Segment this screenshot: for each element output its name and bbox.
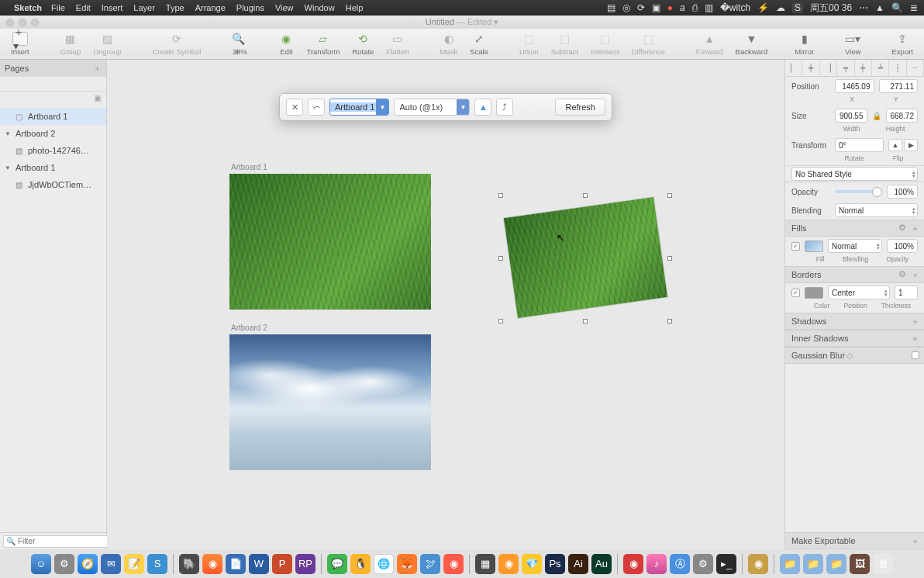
align-top-icon[interactable]: ┯ xyxy=(837,60,854,76)
word-icon[interactable]: W xyxy=(249,554,269,574)
flip-h-preview-icon[interactable]: ▲ xyxy=(474,99,491,116)
height-input[interactable]: 668.72 xyxy=(886,109,919,123)
app-name[interactable]: Sketch xyxy=(14,3,42,12)
menu-window[interactable]: Window xyxy=(305,3,335,12)
gear-icon[interactable]: ⚙ xyxy=(898,269,906,281)
minimize-button[interactable] xyxy=(19,19,26,26)
dock-app-icon[interactable]: 📄 xyxy=(226,554,246,574)
powerpoint-icon[interactable]: P xyxy=(272,554,292,574)
menu-help[interactable]: Help xyxy=(346,3,364,12)
artboard-2-label[interactable]: Artboard 2 xyxy=(231,324,267,332)
distribute-v-icon[interactable]: ┄ xyxy=(907,60,924,76)
dock-app-icon[interactable]: 🕊 xyxy=(420,554,440,574)
layer-artboard-1[interactable]: ▼Artboard 1 xyxy=(0,159,106,176)
mirror-button[interactable]: ▮Mirror xyxy=(788,32,820,56)
status-icon[interactable]: ⋯ xyxy=(859,2,868,13)
flip-v-icon[interactable]: ▶ xyxy=(904,139,918,151)
add-border-icon[interactable]: ＋ xyxy=(911,269,919,281)
artboard-1-label[interactable]: Artboard 1 xyxy=(231,163,267,171)
width-input[interactable]: 900.55 xyxy=(835,109,867,123)
firefox-icon[interactable]: 🦊 xyxy=(397,554,417,574)
zoom-button[interactable] xyxy=(31,19,39,26)
size-select[interactable]: Auto (@1x)▼ xyxy=(394,99,470,116)
backward-button[interactable]: ▼Backward xyxy=(729,32,774,56)
menu-insert[interactable]: Insert xyxy=(102,3,123,12)
page-item[interactable] xyxy=(0,77,106,91)
border-position-select[interactable]: Center▴▾ xyxy=(828,286,890,299)
create-symbol-button[interactable]: ⟳Create Symbol xyxy=(147,32,208,56)
chrome-icon[interactable]: 🌐 xyxy=(374,554,394,574)
dock-app-icon[interactable]: ⚙ xyxy=(54,554,74,574)
status-icon[interactable]: ☁ xyxy=(776,2,785,13)
shared-style-select[interactable]: No Shared Style▴▾ xyxy=(791,167,918,181)
edit-button[interactable]: ◉Edit xyxy=(272,32,300,56)
trash-icon[interactable]: 🗑 xyxy=(873,554,893,574)
artboard-1[interactable] xyxy=(229,174,431,310)
status-icon[interactable]: ⎙ xyxy=(692,2,698,13)
layer-photo[interactable]: ▧photo-142746… xyxy=(0,142,106,159)
status-icon[interactable]: a xyxy=(680,2,685,13)
align-vcenter-icon[interactable]: ┿ xyxy=(855,60,872,76)
dock-app-icon[interactable]: 🖼 xyxy=(850,554,870,574)
artboard-2[interactable] xyxy=(229,334,431,470)
sketch-icon[interactable]: 💎 xyxy=(522,554,542,574)
border-enabled-checkbox[interactable]: ✓ xyxy=(791,289,800,297)
selected-image[interactable] xyxy=(504,197,667,318)
mail-icon[interactable]: ✉ xyxy=(101,554,121,574)
group-button[interactable]: ▦Group xyxy=(54,32,87,56)
settings-icon[interactable]: ⚙ xyxy=(693,554,713,574)
menu-icon[interactable]: ≣ xyxy=(910,2,918,13)
folder-icon[interactable]: 📁 xyxy=(780,554,800,574)
dock-app-icon[interactable]: 🐘 xyxy=(179,554,199,574)
notification-icon[interactable]: ▲ xyxy=(875,2,884,13)
spotlight-icon[interactable]: 🔍 xyxy=(891,2,903,13)
battery-icon[interactable]: ▥ xyxy=(705,2,713,13)
menu-plugins[interactable]: Plugins xyxy=(236,3,264,12)
export-button[interactable]: ⇪Export xyxy=(886,32,919,56)
dock-app-icon[interactable]: ◉ xyxy=(623,554,643,574)
folder-icon[interactable]: 📁 xyxy=(803,554,823,574)
status-icon[interactable]: S xyxy=(792,2,803,13)
menu-file[interactable]: File xyxy=(51,3,65,12)
fill-opacity-input[interactable]: 100% xyxy=(887,239,918,253)
menu-layer[interactable]: Layer xyxy=(133,3,155,12)
flip-v-preview-icon[interactable]: ⤴ xyxy=(496,99,513,116)
lock-aspect-icon[interactable]: 🔒 xyxy=(872,112,881,120)
fill-blend-select[interactable]: Normal▴▾ xyxy=(828,239,882,253)
status-icon[interactable]: ▣ xyxy=(652,2,660,13)
safari-icon[interactable]: 🧭 xyxy=(78,554,98,574)
view-button[interactable]: ▭▾View xyxy=(839,32,867,56)
notes-icon[interactable]: 📝 xyxy=(124,554,144,574)
dock-app-icon[interactable]: S xyxy=(147,554,167,574)
add-page-icon[interactable]: ＋ xyxy=(93,63,102,74)
align-right-icon[interactable]: ▕ xyxy=(820,60,837,76)
menu-type[interactable]: Type xyxy=(166,3,184,12)
folder-icon[interactable]: 📁 xyxy=(826,554,846,574)
menu-view[interactable]: View xyxy=(275,3,294,12)
rotate-input[interactable]: 0° xyxy=(835,138,884,152)
border-color-swatch[interactable] xyxy=(805,287,823,299)
artboard-select[interactable]: Artboard 1▼ xyxy=(329,99,389,116)
record-icon[interactable]: ● xyxy=(667,2,673,13)
status-icon[interactable]: ◎ xyxy=(622,2,630,13)
fill-enabled-checkbox[interactable]: ✓ xyxy=(791,242,800,251)
transform-button[interactable]: ▱Transform xyxy=(300,32,346,56)
border-width-input[interactable]: 1 xyxy=(895,286,918,299)
back-button[interactable]: ⤺ xyxy=(308,99,325,116)
mask-button[interactable]: ◐Mask xyxy=(433,32,464,56)
canvas[interactable]: Artboard 1 Artboard 2 ↖ xyxy=(107,60,784,549)
gear-icon[interactable]: ⚙ xyxy=(898,223,906,234)
x-input[interactable]: 1465.09 xyxy=(835,79,874,93)
terminal-icon[interactable]: ▸_ xyxy=(716,554,736,574)
dock-app-icon[interactable]: RP xyxy=(295,554,315,574)
photoshop-icon[interactable]: Ps xyxy=(545,554,565,574)
itunes-icon[interactable]: ♪ xyxy=(646,554,667,574)
layer-artboard-1-selected[interactable]: ▢Artboard 1 xyxy=(0,108,106,125)
dock-app-icon[interactable]: ◉ xyxy=(748,554,768,574)
add-export-icon[interactable]: ＋ xyxy=(911,535,919,547)
forward-button[interactable]: ▲Forward xyxy=(690,32,729,56)
ungroup-button[interactable]: ▨Ungroup xyxy=(87,32,127,56)
union-button[interactable]: ⬚Union xyxy=(513,32,545,56)
wechat-icon[interactable]: 💬 xyxy=(327,554,347,574)
zoom-control[interactable]: － 🔍 ＋28% xyxy=(226,32,253,56)
